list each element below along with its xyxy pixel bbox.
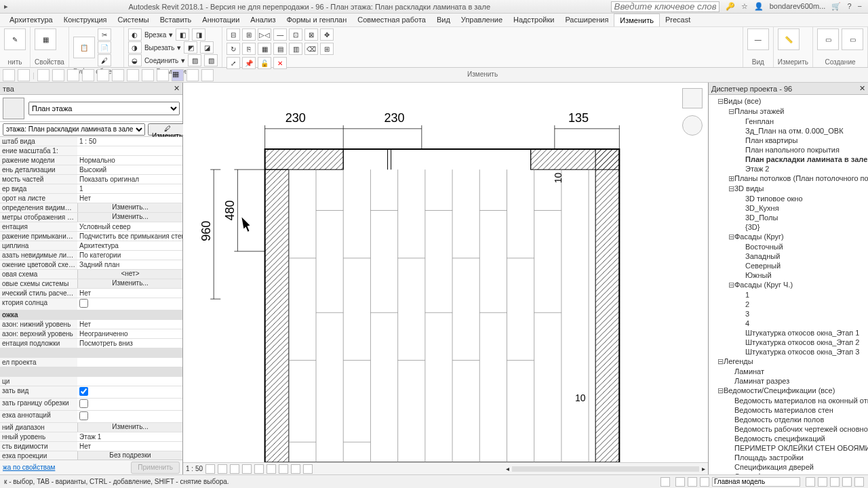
property-row[interactable]	[0, 367, 182, 377]
property-row[interactable]: ктория солнца	[0, 298, 182, 310]
ribbon-tab[interactable]: Системы	[113, 14, 155, 26]
tree-node[interactable]: Штукатурка откосов окна_Этап 3	[709, 347, 868, 357]
property-row[interactable]: ел проекта	[0, 358, 182, 367]
tree-node[interactable]: Штукатурка откосов окна_Этап 1	[709, 328, 868, 338]
properties-button[interactable]: ▦	[35, 28, 56, 50]
tree-node[interactable]: ⊟Ведомости/Спецификации (все)	[709, 386, 868, 396]
modify-button[interactable]: ✎	[4, 28, 26, 50]
property-row[interactable]: ение масштаба 1:	[0, 146, 182, 156]
property-row[interactable]: овые схемы системыИзменить...	[0, 279, 182, 289]
search-input[interactable]	[611, 1, 719, 12]
cut-icon[interactable]: ✂	[98, 28, 111, 41]
ribbon-tab[interactable]: Расширения	[559, 14, 614, 26]
property-row[interactable]: ентация подложкиПосмотреть вниз	[0, 339, 182, 348]
subscription-icon[interactable]: 🔑	[726, 2, 735, 11]
cope-icon[interactable]: ◐	[128, 28, 142, 41]
type-dropdown[interactable]: План этажа	[28, 102, 180, 115]
minimize-icon[interactable]: −	[858, 2, 862, 10]
tree-node[interactable]: Южный	[709, 270, 868, 280]
property-row[interactable]: нный уровеньЭтаж 1	[0, 432, 182, 442]
property-row[interactable]: ци	[0, 377, 182, 386]
close-icon[interactable]: ✕	[859, 84, 865, 93]
tree-node[interactable]: Восточный	[709, 242, 868, 251]
property-row[interactable]: сть видимостиНет	[0, 442, 182, 451]
tree-node[interactable]: Ведомость рабочих чертежей основного ком…	[709, 424, 868, 434]
tree-node[interactable]: Штукатурка откосов окна_Этап 2	[709, 338, 868, 347]
tree-node[interactable]: Спецификация напольного плинтуса	[709, 472, 868, 474]
ribbon-tab[interactable]: Конструкция	[58, 14, 113, 26]
tree-node[interactable]: 1	[709, 290, 868, 300]
paste-button[interactable]: 📋	[73, 37, 95, 58]
join-icon[interactable]: ◒	[128, 54, 142, 66]
property-row[interactable]: ний диапазонИзменить...	[0, 423, 182, 432]
property-row[interactable]: азон: верхний уровеньНеограниченно	[0, 329, 182, 339]
tree-node[interactable]: ⊟Легенды	[709, 357, 868, 367]
tree-node[interactable]: ⊟Виды (все)	[709, 96, 868, 106]
property-row[interactable]: зать вид	[0, 386, 182, 399]
tree-node[interactable]: Ведомость отделки полов	[709, 415, 868, 424]
tree-node[interactable]: 3D_Кухня	[709, 203, 868, 213]
tree-node[interactable]: Ведомость материалов стен	[709, 405, 868, 415]
tree-node[interactable]: ⊟Фасады (Круг)	[709, 232, 868, 242]
tree-node[interactable]: ⊞Планы потолков (План потолочного покрыт…	[709, 174, 868, 184]
help-icon[interactable]: ?	[847, 2, 851, 10]
username[interactable]: bondarev600m...	[770, 2, 826, 10]
property-row[interactable]: метры отображения графи...Изменить...	[0, 213, 182, 222]
ribbon-tab[interactable]: Совместная работа	[352, 14, 431, 26]
align-icon[interactable]: ⊟	[226, 28, 240, 41]
ribbon-tab[interactable]: Precast	[660, 14, 696, 26]
property-row[interactable]: азон: нижний уровеньНет	[0, 320, 182, 329]
tree-node[interactable]: Площадь застройки	[709, 453, 868, 462]
tree-node[interactable]: Спецификация дверей	[709, 462, 868, 472]
tree-node[interactable]: Западный	[709, 251, 868, 261]
apply-button[interactable]: Применить	[131, 462, 180, 474]
tree-node[interactable]: 3	[709, 309, 868, 319]
scale-icon[interactable]: ⤢	[226, 57, 240, 69]
tree-node[interactable]: План квартиры	[709, 136, 868, 145]
workset-input[interactable]	[712, 477, 800, 487]
property-row[interactable]: ический стиль расчета по у...Нет	[0, 289, 182, 298]
properties-grid[interactable]: штаб вида1 : 50ение масштаба 1:ражение м…	[0, 137, 182, 460]
close-icon[interactable]: ✕	[174, 84, 180, 93]
tree-node[interactable]: Ламинат	[709, 367, 868, 376]
tree-node[interactable]: Ведомость спецификаций	[709, 434, 868, 443]
view-button[interactable]: —	[747, 28, 769, 50]
tree-node[interactable]: ⊟3D виды	[709, 184, 868, 194]
property-row[interactable]: езка проекцииБез подрезки	[0, 451, 182, 460]
ribbon-tab[interactable]: Архитектура	[4, 14, 58, 26]
ribbon-tab[interactable]: Анализ	[245, 14, 281, 26]
tree-node[interactable]: ⊟Планы этажей	[709, 106, 868, 117]
property-row[interactable]: орот на листеНет	[0, 194, 182, 203]
property-row[interactable]: ентацияУсловный север	[0, 222, 182, 232]
ribbon-tab[interactable]: Аннотации	[197, 14, 245, 26]
array-icon[interactable]: ⊞	[320, 43, 334, 55]
tree-node[interactable]: 3D типовое окно	[709, 194, 868, 203]
cut-geom-icon[interactable]: ◑	[128, 41, 142, 54]
ribbon-tab[interactable]: Вид	[431, 14, 456, 26]
property-row[interactable]: определения видимости/гр...Изменить...	[0, 203, 182, 213]
tree-node[interactable]: План напольного покрытия	[709, 145, 868, 155]
property-row[interactable]: штаб вида1 : 50	[0, 137, 182, 146]
tree-node[interactable]: Ламинат разрез	[709, 376, 868, 386]
property-row[interactable]: ожение цветовой схемыЗадний план	[0, 260, 182, 270]
instance-dropdown[interactable]: этажа: План раскладки ламината в зале	[3, 123, 145, 136]
copy-icon[interactable]: 📄	[98, 41, 111, 54]
property-row[interactable]: зать границу обрезки	[0, 399, 182, 411]
ribbon-tab[interactable]: Вставить	[155, 14, 197, 26]
measure-button[interactable]: 📏	[778, 28, 800, 50]
drawing-canvas[interactable]: 230 230 135 480 960 10 10 1 : 50	[183, 83, 708, 474]
ribbon-tab[interactable]: Формы и генплан	[281, 14, 352, 26]
tree-node[interactable]: 4	[709, 319, 868, 328]
tree-node[interactable]: План раскладки ламината в зале	[709, 155, 868, 164]
tree-node[interactable]: Этаж 2	[709, 164, 868, 174]
type-selector[interactable]: План этажа	[0, 95, 182, 122]
properties-help-link[interactable]: жа по свойствам	[3, 464, 55, 471]
ribbon-tab[interactable]: Изменить	[614, 14, 660, 26]
tree-node[interactable]: Северный	[709, 261, 868, 270]
mirror-icon[interactable]: ▷◁	[258, 28, 271, 41]
edit-type-button[interactable]: 🖊 Изменить тип	[148, 123, 186, 136]
property-row[interactable]: мость частейПоказать оригинал	[0, 175, 182, 184]
property-row[interactable]: ожка	[0, 310, 182, 320]
tree-node[interactable]: Ведомость материалов на оконный откос	[709, 396, 868, 405]
ribbon-tab[interactable]: Надстройки	[508, 14, 559, 26]
